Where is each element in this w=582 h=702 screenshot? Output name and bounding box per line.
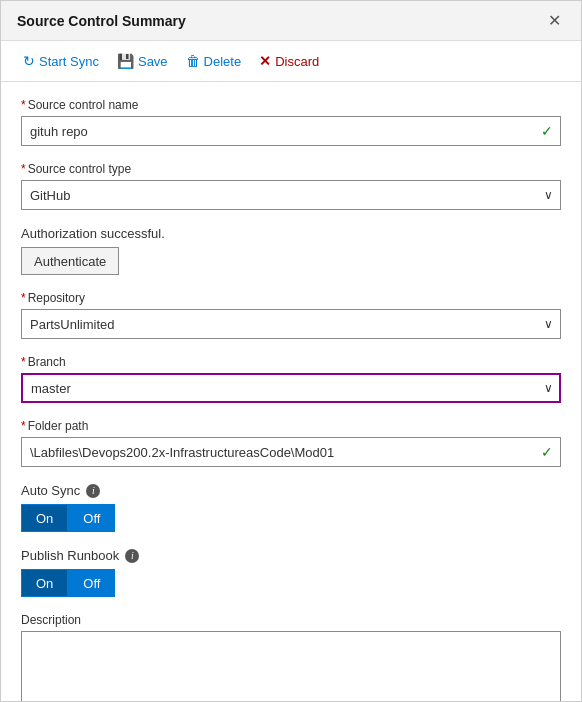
start-sync-button[interactable]: ↻ Start Sync [17, 49, 105, 73]
description-group: Description [21, 613, 561, 701]
sync-icon: ↻ [23, 53, 35, 69]
branch-select[interactable]: master main develop [21, 373, 561, 403]
source-control-type-group: * Source control type GitHub GitLab Bitb… [21, 162, 561, 210]
title-bar: Source Control Summary ✕ [1, 1, 581, 41]
auto-sync-on-button[interactable]: On [21, 504, 68, 532]
source-control-dialog: Source Control Summary ✕ ↻ Start Sync 💾 … [0, 0, 582, 702]
check-icon: ✓ [541, 123, 553, 139]
check-icon-2: ✓ [541, 444, 553, 460]
source-control-name-label: * Source control name [21, 98, 561, 112]
required-star-5: * [21, 419, 26, 433]
form-content: * Source control name ✓ * Source control… [1, 82, 581, 701]
dialog-title: Source Control Summary [17, 13, 186, 29]
discard-icon: ✕ [259, 53, 271, 69]
save-icon: 💾 [117, 53, 134, 69]
authenticate-button[interactable]: Authenticate [21, 247, 119, 275]
required-star: * [21, 98, 26, 112]
publish-runbook-on-button[interactable]: On [21, 569, 68, 597]
auto-sync-toggle: On Off [21, 504, 561, 532]
required-star-4: * [21, 355, 26, 369]
delete-label: Delete [204, 54, 242, 69]
toolbar: ↻ Start Sync 💾 Save 🗑 Delete ✕ Discard [1, 41, 581, 82]
folder-path-input[interactable] [21, 437, 561, 467]
repository-group: * Repository PartsUnlimited Other ∨ [21, 291, 561, 339]
publish-runbook-toggle: On Off [21, 569, 561, 597]
save-button[interactable]: 💾 Save [111, 49, 174, 73]
repository-wrapper: PartsUnlimited Other ∨ [21, 309, 561, 339]
auto-sync-label: Auto Sync [21, 483, 80, 498]
description-input[interactable] [21, 631, 561, 701]
description-label: Description [21, 613, 561, 627]
source-control-type-select[interactable]: GitHub GitLab Bitbucket Azure DevOps [21, 180, 561, 210]
start-sync-label: Start Sync [39, 54, 99, 69]
close-button[interactable]: ✕ [544, 11, 565, 31]
discard-label: Discard [275, 54, 319, 69]
required-star-3: * [21, 291, 26, 305]
publish-runbook-label: Publish Runbook [21, 548, 119, 563]
auto-sync-group: Auto Sync i On Off [21, 483, 561, 532]
auto-sync-off-button[interactable]: Off [68, 504, 115, 532]
branch-wrapper: master main develop ∨ [21, 373, 561, 403]
delete-icon: 🗑 [186, 53, 200, 69]
discard-button[interactable]: ✕ Discard [253, 49, 325, 73]
branch-label: * Branch [21, 355, 561, 369]
publish-runbook-off-button[interactable]: Off [68, 569, 115, 597]
folder-path-group: * Folder path ✓ [21, 419, 561, 467]
folder-path-label: * Folder path [21, 419, 561, 433]
source-control-name-group: * Source control name ✓ [21, 98, 561, 146]
auth-status: Authorization successful. [21, 226, 561, 241]
source-control-type-label: * Source control type [21, 162, 561, 176]
folder-path-wrapper: ✓ [21, 437, 561, 467]
required-star-2: * [21, 162, 26, 176]
auth-section: Authorization successful. Authenticate [21, 226, 561, 275]
source-control-name-wrapper: ✓ [21, 116, 561, 146]
repository-select[interactable]: PartsUnlimited Other [21, 309, 561, 339]
branch-group: * Branch master main develop ∨ [21, 355, 561, 403]
delete-button[interactable]: 🗑 Delete [180, 49, 248, 73]
publish-runbook-group: Publish Runbook i On Off [21, 548, 561, 597]
publish-runbook-info-icon[interactable]: i [125, 549, 139, 563]
repository-label: * Repository [21, 291, 561, 305]
auto-sync-info-icon[interactable]: i [86, 484, 100, 498]
source-control-name-input[interactable] [21, 116, 561, 146]
publish-runbook-label-row: Publish Runbook i [21, 548, 561, 563]
auto-sync-label-row: Auto Sync i [21, 483, 561, 498]
source-control-type-wrapper: GitHub GitLab Bitbucket Azure DevOps ∨ [21, 180, 561, 210]
save-label: Save [138, 54, 168, 69]
